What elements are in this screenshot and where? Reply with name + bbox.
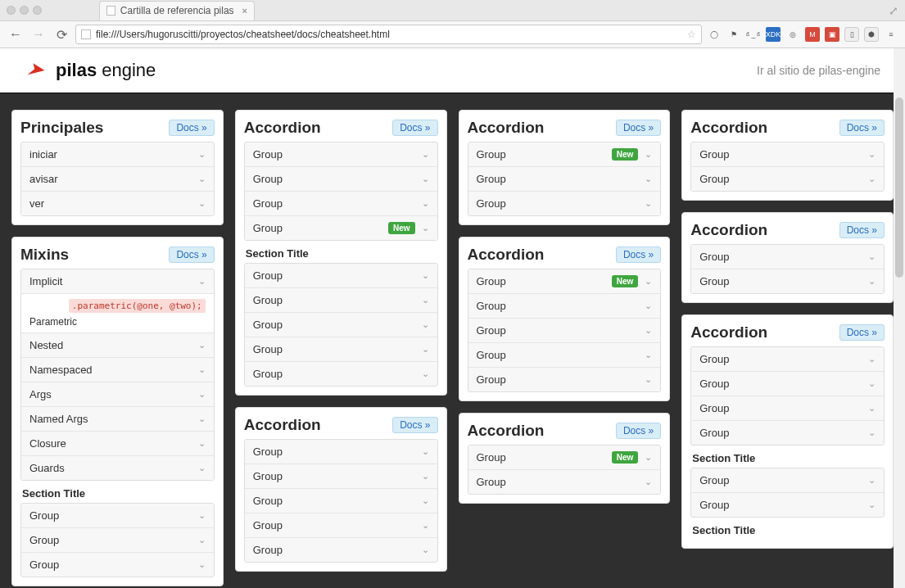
accordion-item[interactable]: Group⌄ (245, 464, 437, 488)
accordion-item[interactable]: Group⌄ (245, 337, 437, 361)
chevron-down-icon: ⌄ (198, 463, 206, 473)
accordion-item[interactable]: Group⌄ (691, 420, 884, 445)
extension-icon[interactable]: M (805, 27, 820, 42)
accordion-item[interactable]: Group⌄ (21, 527, 214, 552)
accordion-list: Group⌄Group⌄ (690, 244, 885, 294)
window-minimize-icon[interactable] (20, 6, 29, 15)
accordion-item[interactable]: Group⌄ (691, 269, 884, 293)
accordion-item-label: Group (29, 509, 192, 522)
docs-button[interactable]: Docs » (616, 247, 661, 263)
accordion-item[interactable]: Group⌄ (468, 191, 661, 215)
accordion-item[interactable]: Guards⌄ (21, 455, 214, 480)
docs-button[interactable]: Docs » (839, 120, 885, 136)
tab-close-icon[interactable]: × (242, 6, 247, 16)
extension-icon[interactable]: ▣ (825, 27, 839, 42)
accordion-item[interactable]: GroupNew⌄ (245, 215, 437, 240)
accordion-item[interactable]: avisar⌄ (21, 166, 214, 191)
accordion-item[interactable]: Group⌄ (691, 142, 884, 166)
accordion-item[interactable]: Group⌄ (245, 488, 437, 513)
reload-button[interactable]: ⟳ (52, 25, 70, 43)
accordion-item[interactable]: Group⌄ (468, 166, 661, 191)
accordion-item-label: Group (699, 474, 862, 486)
chevron-down-icon: ⌄ (422, 344, 429, 355)
scrollbar-thumb[interactable] (895, 97, 903, 278)
accordion-item[interactable]: Nested⌄ (21, 332, 214, 357)
accordion-item[interactable]: Args⌄ (21, 382, 214, 406)
extension-icon[interactable]: ▯ (844, 27, 859, 42)
accordion-item[interactable]: Group⌄ (691, 371, 884, 396)
accordion-item[interactable]: Namespaced⌄ (21, 357, 214, 382)
accordion-item[interactable]: Group⌄ (245, 440, 437, 464)
accordion-item[interactable]: Group⌄ (468, 342, 661, 367)
accordion-item-label: Group (253, 495, 415, 507)
accordion-item[interactable]: Group⌄ (691, 468, 884, 492)
extension-icon[interactable]: ಠ_ಠ (746, 27, 761, 42)
fullscreen-icon[interactable]: ⤢ (889, 4, 898, 17)
accordion-item[interactable]: Group⌄ (468, 469, 661, 494)
logo[interactable]: pilas engine (25, 59, 156, 82)
bookmark-star-icon[interactable]: ☆ (687, 29, 696, 40)
extension-icon[interactable]: XDK (766, 27, 781, 42)
docs-button[interactable]: Docs » (392, 120, 437, 136)
back-button[interactable]: ← (7, 25, 25, 43)
accordion-item[interactable]: Group⌄ (691, 347, 884, 371)
accordion-item[interactable]: Group⌄ (245, 166, 437, 191)
logo-icon (25, 59, 48, 82)
accordion-item[interactable]: Group⌄ (691, 166, 884, 191)
extension-icon[interactable]: ⬢ (864, 27, 879, 42)
accordion-item[interactable]: Group⌄ (245, 191, 437, 215)
window-close-icon[interactable] (7, 6, 16, 15)
accordion-item-label: Group (253, 446, 415, 458)
accordion-item[interactable]: Named Args⌄ (21, 406, 214, 431)
accordion-item[interactable]: Group⌄ (245, 361, 437, 386)
accordion-item-label: Group (699, 251, 862, 263)
accordion-item[interactable]: iniciar⌄ (21, 142, 214, 166)
card-title: Accordion (690, 221, 767, 239)
accordion-item[interactable]: Group⌄ (691, 396, 884, 420)
accordion-item[interactable]: Group⌄ (468, 293, 661, 318)
accordion-item[interactable]: GroupNew⌄ (468, 269, 661, 293)
accordion-item[interactable]: Group⌄ (21, 504, 214, 527)
accordion-item[interactable]: Implicit⌄ (21, 269, 214, 293)
docs-button[interactable]: Docs » (169, 120, 214, 136)
accordion-item[interactable]: GroupNew⌄ (468, 142, 661, 166)
accordion-item[interactable]: Group⌄ (245, 142, 437, 166)
extension-icon[interactable]: ⚑ (726, 27, 741, 42)
browser-tab[interactable]: Cartilla de referencia pilas × (99, 1, 255, 20)
accordion-item[interactable]: ver⌄ (21, 191, 214, 215)
window-zoom-icon[interactable] (33, 6, 42, 15)
accordion-item[interactable]: Group⌄ (245, 312, 437, 337)
accordion-item[interactable]: Group⌄ (468, 318, 661, 342)
accordion-item-label: Group (253, 319, 415, 331)
menu-icon[interactable]: ≡ (884, 27, 898, 42)
accordion-item[interactable]: Group⌄ (245, 264, 437, 287)
chevron-down-icon: ⌄ (868, 251, 876, 262)
chevron-down-icon: ⌄ (422, 319, 429, 330)
docs-button[interactable]: Docs » (616, 120, 661, 136)
vertical-scrollbar[interactable] (894, 48, 905, 588)
site-link[interactable]: Ir al sitio de pilas-engine (757, 64, 880, 77)
accordion-item[interactable]: Group⌄ (245, 513, 437, 537)
accordion-item[interactable]: Group⌄ (245, 537, 437, 562)
accordion-item[interactable]: Group⌄ (691, 245, 884, 269)
docs-button[interactable]: Docs » (169, 247, 214, 263)
chevron-down-icon: ⌄ (198, 389, 206, 400)
accordion-item[interactable]: Group⌄ (468, 367, 661, 391)
extension-icon[interactable]: ◎ (785, 27, 800, 42)
accordion-item-label: avisar (29, 173, 192, 185)
accordion-item[interactable]: Group⌄ (21, 552, 214, 577)
accordion-item[interactable]: Group⌄ (245, 287, 437, 312)
extension-icon[interactable]: ◯ (707, 27, 722, 42)
address-bar[interactable]: file:///Users/hugoruscitti/proyectos/che… (75, 25, 702, 44)
accordion-list: GroupNew⌄Group⌄Group⌄ (468, 142, 662, 216)
docs-button[interactable]: Docs » (616, 423, 661, 439)
accordion-item[interactable]: Group⌄ (691, 492, 884, 517)
chevron-down-icon: ⌄ (422, 174, 429, 184)
accordion-item[interactable]: GroupNew⌄ (468, 446, 661, 469)
accordion-item[interactable]: Closure⌄ (21, 431, 214, 455)
docs-button[interactable]: Docs » (839, 222, 885, 238)
docs-button[interactable]: Docs » (839, 324, 885, 341)
accordion-item-label: Group (699, 378, 862, 390)
docs-button[interactable]: Docs » (392, 417, 437, 433)
accordion-item-label: iniciar (29, 148, 192, 161)
